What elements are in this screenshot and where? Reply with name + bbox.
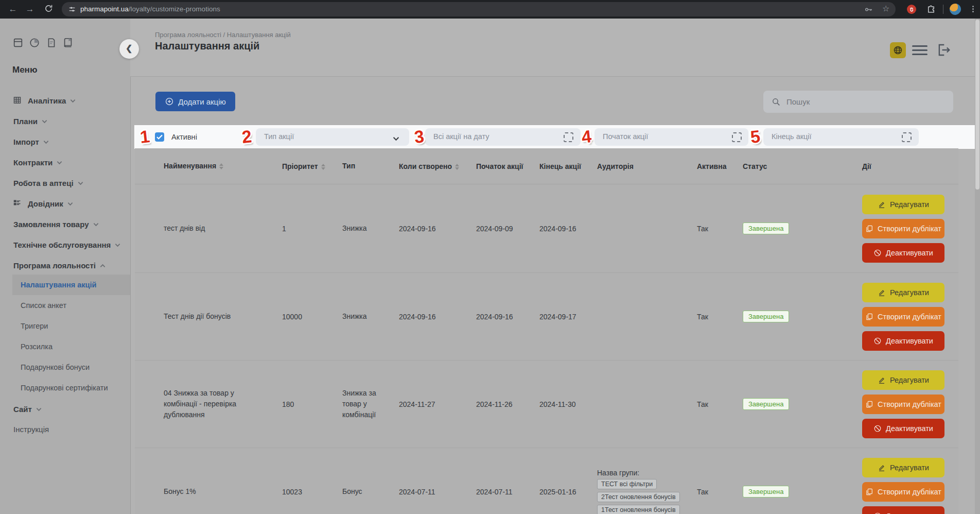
vertical-scrollbar[interactable] <box>975 19 980 514</box>
block-icon <box>873 337 882 345</box>
document-icon[interactable] <box>46 37 57 50</box>
edit-button[interactable]: Редагувати <box>862 370 944 390</box>
breadcrumb: Програма лояльності / Налаштування акцій <box>155 31 291 39</box>
chevron-down-icon <box>93 219 99 228</box>
duplicate-button[interactable]: Створити дублікат <box>862 395 944 414</box>
audience-group-label: Назва групи: <box>597 469 692 477</box>
chevron-down-icon <box>78 178 83 187</box>
adblock-extension-icon[interactable] <box>907 5 916 14</box>
cell-created: 2024-09-16 <box>399 313 476 321</box>
cell-type: Знижка <box>342 311 399 322</box>
url-text: pharmapoint.ua/loyalty/customize-promoti… <box>80 5 220 13</box>
sidebar-item-mailing[interactable]: Розсилка <box>0 341 130 352</box>
sidebar-item-directory[interactable]: Довідник <box>0 198 130 208</box>
profile-avatar[interactable] <box>950 4 961 15</box>
date-checkbox-icon[interactable] <box>564 132 573 142</box>
search-input[interactable] <box>785 97 953 107</box>
sidebar-item-pharmacy-work[interactable]: Робота в аптеці <box>0 177 130 187</box>
promotion-type-select[interactable]: Тип акції <box>256 128 409 146</box>
cell-name: тест днів від <box>164 223 282 234</box>
column-header-created[interactable]: Коли створено <box>399 162 476 170</box>
chevron-down-icon <box>36 404 42 413</box>
bookmark-star-icon[interactable]: ☆ <box>882 4 889 13</box>
archive-icon[interactable] <box>12 37 24 50</box>
audience-tag: ТЕСТ всі фільтри <box>597 479 657 489</box>
copy-icon <box>865 400 873 408</box>
extensions-puzzle-icon[interactable] <box>926 5 936 16</box>
sidebar-item-plans[interactable]: Плани <box>0 115 130 126</box>
add-promotion-button[interactable]: Додати акцію <box>155 92 235 111</box>
edit-button[interactable]: Редагувати <box>862 195 944 214</box>
all-promotions-on-date-field[interactable]: Всі акції на дату <box>425 128 581 146</box>
sidebar-item-import[interactable]: Імпорт <box>0 136 130 146</box>
audience-tag: 2Тест оновлення бонусів <box>597 492 680 502</box>
active-filter-checkbox[interactable] <box>155 132 164 142</box>
duplicate-button[interactable]: Створити дублікат <box>862 482 944 502</box>
pie-chart-icon[interactable] <box>29 37 40 50</box>
sidebar-item-loyalty-program[interactable]: Програма лояльності <box>0 260 130 270</box>
copy-icon <box>865 488 873 496</box>
edit-button[interactable]: Редагувати <box>862 283 944 302</box>
sort-icon <box>455 164 459 170</box>
duplicate-button[interactable]: Створити дублікат <box>862 219 944 238</box>
sidebar-item-gift-bonuses[interactable]: Подарункові бонуси <box>0 362 130 372</box>
sidebar-item-customize-promotions[interactable]: Налаштування акцій <box>0 280 130 290</box>
cell-start: 2024-07-11 <box>476 488 539 496</box>
sidebar-item-questionnaires[interactable]: Список анкет <box>0 300 130 311</box>
status-badge: Завершена <box>743 398 789 410</box>
password-key-icon[interactable] <box>864 5 873 16</box>
cell-name: Тест днів дії бонусів <box>164 311 282 322</box>
logout-icon[interactable] <box>936 42 951 58</box>
cell-start: 2024-09-09 <box>476 225 539 233</box>
date-checkbox-icon[interactable] <box>732 132 742 142</box>
sidebar-menu-title: Меню <box>12 65 37 75</box>
sidebar-item-site[interactable]: Сайт <box>0 403 130 414</box>
browser-menu-icon[interactable] <box>972 5 974 14</box>
cell-priority: 10000 <box>282 313 342 321</box>
deactivate-button[interactable]: Деактивувати <box>862 243 944 263</box>
forward-icon[interactable]: → <box>25 4 35 14</box>
chevron-down-icon <box>115 240 120 249</box>
column-header-type: Тип <box>342 161 399 172</box>
language-button[interactable] <box>890 42 906 58</box>
sidebar-item-gift-certificates[interactable]: Подарункові сертифікати <box>0 383 130 393</box>
back-icon[interactable]: ← <box>8 4 18 14</box>
sidebar-item-instruction[interactable]: Інструкція <box>0 424 130 434</box>
cell-priority: 1 <box>282 225 342 233</box>
column-header-priority[interactable]: Пріоритет <box>282 162 342 170</box>
table-grid-icon <box>13 96 22 106</box>
deactivate-button[interactable]: Деактивувати <box>862 331 944 351</box>
audience-tag: 1Тест оновлення бонусів <box>597 505 680 514</box>
page-title: Налаштування акцій <box>155 40 259 52</box>
copy-icon <box>865 225 873 233</box>
collapse-sidebar-button[interactable]: ❮ <box>119 39 139 59</box>
cell-audience: Назва групи: ТЕСТ всі фільтри 2Тест онов… <box>597 469 697 514</box>
deactivate-button[interactable]: Деактивувати <box>862 506 944 514</box>
deactivate-button[interactable]: Деактивувати <box>862 419 944 438</box>
column-header-name[interactable]: Найменування <box>164 161 282 172</box>
chevron-down-icon <box>393 134 399 143</box>
cell-active: Так <box>697 313 743 321</box>
book-icon[interactable] <box>62 37 74 50</box>
sidebar-item-analytics[interactable]: Аналітика <box>0 95 130 105</box>
sidebar-item-triggers[interactable]: Тригери <box>0 321 130 331</box>
sidebar-item-goods-order[interactable]: Замовлення товару <box>0 218 130 229</box>
hamburger-menu-icon[interactable] <box>912 45 927 56</box>
site-settings-icon[interactable] <box>68 5 76 15</box>
status-badge: Завершена <box>743 222 789 234</box>
cell-name: Бонус 1% <box>164 486 282 497</box>
edit-button[interactable]: Редагувати <box>862 458 944 477</box>
chevron-down-icon <box>43 137 49 146</box>
scrollbar-thumb[interactable] <box>975 20 979 190</box>
table-header-row: Найменування Пріоритет Тип Коли створено… <box>135 148 958 184</box>
sidebar-item-contracts[interactable]: Контракти <box>0 157 130 167</box>
url-bar[interactable]: pharmapoint.ua/loyalty/customize-promoti… <box>62 2 896 16</box>
refresh-icon[interactable] <box>43 4 54 14</box>
sidebar-item-maintenance[interactable]: Технічне обслуговування <box>0 239 130 249</box>
cell-created: 2024-09-16 <box>399 225 476 233</box>
date-checkbox-icon[interactable] <box>902 132 912 142</box>
duplicate-button[interactable]: Створити дублікат <box>862 307 944 327</box>
promotion-end-field[interactable]: Кінець акції <box>763 128 919 146</box>
chevron-up-icon <box>100 261 106 269</box>
promotion-start-field[interactable]: Початок акції <box>594 128 748 146</box>
